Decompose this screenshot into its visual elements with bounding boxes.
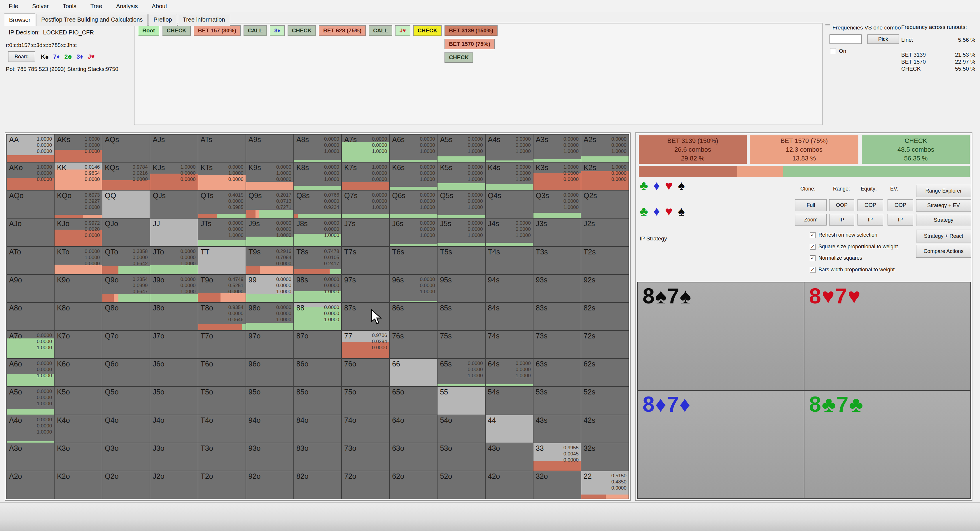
action-header-bet-1570-75[interactable]: BET 1570 (75%)12.3 combos13.83 % <box>750 136 858 164</box>
hand-cell-a9o[interactable]: A9o <box>7 275 54 302</box>
hand-cell-j6s[interactable]: J6s0.00000.00001.0000 <box>390 218 437 246</box>
hand-cell-93s[interactable]: 93s <box>533 275 581 302</box>
view-button-oop-03[interactable]: OOP <box>888 199 913 211</box>
hand-cell-t4s[interactable]: T4s <box>485 247 533 274</box>
hand-cell-k6s[interactable]: K6s0.00000.00001.0000 <box>390 163 437 190</box>
hand-cell-76s[interactable]: 76s <box>390 331 437 358</box>
combo-panel-club[interactable]: 8♣7♣ <box>804 391 970 498</box>
side-button-strategy-react[interactable]: Strategy + React <box>916 230 971 242</box>
spade-suit-button[interactable]: ♠ <box>678 179 684 192</box>
tree-node-call[interactable]: CALL <box>369 26 392 36</box>
hand-cell-t6s[interactable]: T6s <box>390 247 437 274</box>
hand-cell-52s[interactable]: 52s <box>581 387 628 414</box>
pick-button[interactable]: Pick <box>867 34 899 44</box>
hand-cell-a3s[interactable]: A3s0.00000.00001.0000 <box>533 134 581 162</box>
hand-cell-32s[interactable]: 32s <box>581 443 628 470</box>
tab-browser[interactable]: Browser <box>4 13 35 26</box>
hand-cell-t3o[interactable]: T3o <box>198 443 246 470</box>
checkbox-normalize-squares[interactable]: ✓ <box>810 255 816 261</box>
tree-node-j[interactable]: J♥ <box>395 26 410 36</box>
hand-cell-j5s[interactable]: J5s0.00000.00001.0000 <box>438 218 485 246</box>
checkbox-refresh-on-new-selection[interactable]: ✓ <box>810 232 816 238</box>
view-button-oop-01[interactable]: OOP <box>829 199 854 211</box>
hand-cell-96s[interactable]: 96s0.00000.00001.0000 <box>390 275 437 302</box>
hand-cell-qq[interactable]: QQ <box>102 191 150 218</box>
hand-cell-ajs[interactable]: AJs <box>150 134 197 162</box>
hand-cell-jto[interactable]: JTo0.00000.00001.0000 <box>150 247 197 274</box>
hand-cell-97o[interactable]: 97o <box>246 331 293 358</box>
hand-cell-42o[interactable]: 42o <box>485 471 533 499</box>
hand-cell-kto[interactable]: KTo0.00001.00000.0000 <box>54 247 102 274</box>
hand-cell-k5s[interactable]: K5s0.00000.00001.0000 <box>438 163 485 190</box>
hand-cell-66[interactable]: 66 <box>390 359 437 386</box>
hand-cell-84s[interactable]: 84s <box>485 303 533 330</box>
hand-cell-j3s[interactable]: J3s <box>533 218 581 246</box>
hand-cell-kqs[interactable]: KQs0.97840.02160.0000 <box>102 163 150 190</box>
hand-cell-t5s[interactable]: T5s <box>438 247 485 274</box>
hand-cell-q8s[interactable]: Q8s0.07660.00000.9234 <box>294 191 341 218</box>
hand-cell-83s[interactable]: 83s <box>533 303 581 330</box>
tab-preflop[interactable]: Preflop <box>148 14 177 26</box>
hand-cell-t9s[interactable]: T9s0.29160.70840.0000 <box>246 247 293 274</box>
combo-input[interactable] <box>829 34 862 44</box>
hand-cell-k6o[interactable]: K6o <box>54 359 102 386</box>
hand-cell-85s[interactable]: 85s <box>438 303 485 330</box>
hand-cell-j8o[interactable]: J8o <box>150 303 197 330</box>
side-button-strategy-ev[interactable]: Strategy + EV <box>916 199 971 212</box>
hand-cell-k3o[interactable]: K3o <box>54 443 102 470</box>
hand-cell-a8o[interactable]: A8o <box>7 303 54 330</box>
hand-cell-99[interactable]: 990.00000.00001.0000 <box>246 275 293 302</box>
hand-cell-q3s[interactable]: Q3s0.00000.00001.0000 <box>533 191 581 218</box>
hand-cell-54o[interactable]: 54o <box>438 415 485 443</box>
spade-suit-button[interactable]: ♠ <box>678 204 684 218</box>
hand-cell-74s[interactable]: 74s <box>485 331 533 358</box>
hand-cell-92s[interactable]: 92s <box>581 275 628 302</box>
hand-cell-q7s[interactable]: Q7s0.00000.00001.0000 <box>342 191 389 218</box>
hand-cell-j5o[interactable]: J5o <box>150 387 197 414</box>
hand-cell-q9s[interactable]: Q9s0.20170.07130.7271 <box>246 191 293 218</box>
hand-cell-j9o[interactable]: J9o0.00000.00001.0000 <box>150 275 197 302</box>
heart-suit-button[interactable]: ♥ <box>665 204 673 218</box>
hand-cell-q9o[interactable]: Q9o0.23540.09990.6647 <box>102 275 150 302</box>
tree-node-bet-3139-150[interactable]: BET 3139 (150%) <box>444 26 498 36</box>
hand-cell-qjs[interactable]: QJs <box>150 191 197 218</box>
view-button-ip-12[interactable]: IP <box>858 214 883 225</box>
hand-cell-q5o[interactable]: Q5o <box>102 387 150 414</box>
tab-tree-information[interactable]: Tree information <box>178 14 230 26</box>
hand-cell-74o[interactable]: 74o <box>342 415 389 443</box>
combo-panel-spade[interactable]: 8♠7♠ <box>638 282 804 390</box>
tab-postflop-tree-building-and-calculations[interactable]: Postflop Tree Building and Calculations <box>36 14 148 26</box>
checkbox-square-size-proportional-to-weight[interactable]: ✓ <box>810 244 816 250</box>
hand-cell-k9o[interactable]: K9o <box>54 275 102 302</box>
view-button-zoom-10[interactable]: Zoom <box>795 214 827 225</box>
hand-cell-ats[interactable]: ATs <box>198 134 246 162</box>
hand-cell-84o[interactable]: 84o <box>294 415 341 443</box>
hand-cell-q6s[interactable]: Q6s0.00000.00001.0000 <box>390 191 437 218</box>
hand-cell-a9s[interactable]: A9s <box>246 134 293 162</box>
club-suit-button[interactable]: ♣ <box>640 204 648 218</box>
hand-cell-32o[interactable]: 32o <box>533 471 581 499</box>
hand-cell-t3s[interactable]: T3s <box>533 247 581 274</box>
hand-cell-k9s[interactable]: K9s0.00001.00000.0000 <box>246 163 293 190</box>
hand-cell-44[interactable]: 44 <box>485 415 533 443</box>
hand-cell-jts[interactable]: JTs0.00000.00001.0000 <box>198 218 246 246</box>
menu-item-file[interactable]: File <box>9 3 18 10</box>
hand-cell-33[interactable]: 330.99550.00450.0000 <box>533 443 581 470</box>
hand-cell-73o[interactable]: 73o <box>342 443 389 470</box>
hand-cell-82o[interactable]: 82o <box>294 471 341 499</box>
hand-cell-ajo[interactable]: AJo <box>7 218 54 246</box>
tree-node-root[interactable]: Root <box>138 26 159 36</box>
hand-cell-77[interactable]: 770.97060.02940.0000 <box>342 331 389 358</box>
club-suit-button[interactable]: ♣ <box>640 179 648 192</box>
hand-cell-87o[interactable]: 87o <box>294 331 341 358</box>
hand-cell-98s[interactable]: 98s0.00000.00001.0000 <box>294 275 341 302</box>
hand-cell-aks[interactable]: AKs1.00000.00000.0000 <box>54 134 102 162</box>
hand-cell-kts[interactable]: KTs0.00001.00000.0000 <box>198 163 246 190</box>
hand-cell-65s[interactable]: 65s0.00000.00001.0000 <box>438 359 485 386</box>
tree-node-3[interactable]: 3♦ <box>270 26 285 36</box>
hand-cell-82s[interactable]: 82s <box>581 303 628 330</box>
hand-cell-q3o[interactable]: Q3o <box>102 443 150 470</box>
hand-cell-q8o[interactable]: Q8o <box>102 303 150 330</box>
hand-cell-ato[interactable]: ATo <box>7 247 54 274</box>
menu-item-analysis[interactable]: Analysis <box>116 3 138 10</box>
